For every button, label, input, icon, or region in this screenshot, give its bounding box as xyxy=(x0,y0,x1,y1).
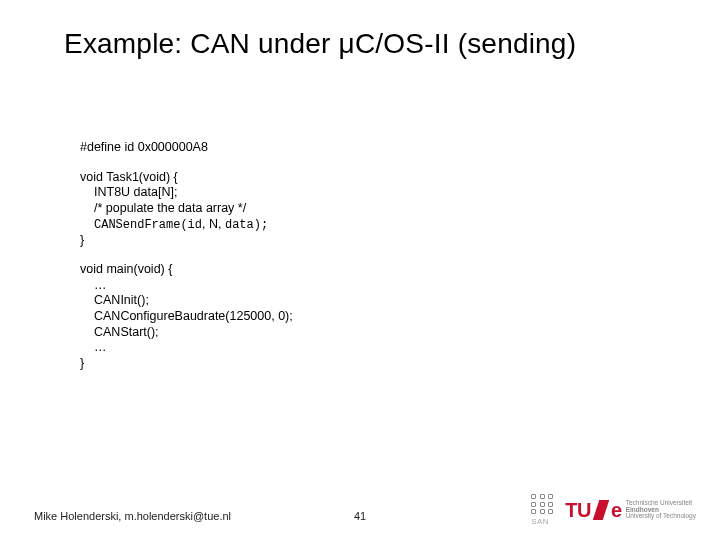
code-line: /* populate the data array */ xyxy=(80,201,293,217)
code-block: #define id 0x000000A8 void Task1(void) {… xyxy=(80,140,293,386)
code-line: } xyxy=(80,356,293,372)
slide-title: Example: CAN under μC/OS-II (sending) xyxy=(64,28,690,60)
code-line: CANSendFrame(id, N, data); xyxy=(80,217,293,233)
code-fragment: data); xyxy=(225,218,268,232)
san-logo-text: SAN xyxy=(531,517,555,526)
code-line: INT8U data[N]; xyxy=(80,185,293,201)
logo-group: SAN TUe Technische Universiteit Eindhove… xyxy=(531,494,696,526)
tue-logo-slash-icon xyxy=(593,500,609,520)
tue-logo-text: Technische Universiteit Eindhoven Univer… xyxy=(626,500,696,520)
tue-logo-mark: TU xyxy=(565,499,591,522)
code-line: #define id 0x000000A8 xyxy=(80,140,293,156)
san-logo: SAN xyxy=(531,494,555,526)
tue-text-line: University of Technology xyxy=(626,513,696,520)
code-line: … xyxy=(80,340,293,356)
slide-footer: Mike Holenderski, m.holenderski@tue.nl 4… xyxy=(0,496,720,526)
code-line: void main(void) { xyxy=(80,262,293,278)
code-line: CANInit(); xyxy=(80,293,293,309)
code-line: … xyxy=(80,278,293,294)
code-fragment: CANSendFrame(id xyxy=(94,218,202,232)
tue-logo: TUe Technische Universiteit Eindhoven Un… xyxy=(565,499,696,522)
tue-logo-e: e xyxy=(611,499,622,522)
code-line: void Task1(void) { xyxy=(80,170,293,186)
code-line: CANStart(); xyxy=(80,325,293,341)
code-line: CANConfigureBaudrate(125000, 0); xyxy=(80,309,293,325)
code-line: } xyxy=(80,233,293,249)
code-fragment: , N, xyxy=(202,217,225,231)
